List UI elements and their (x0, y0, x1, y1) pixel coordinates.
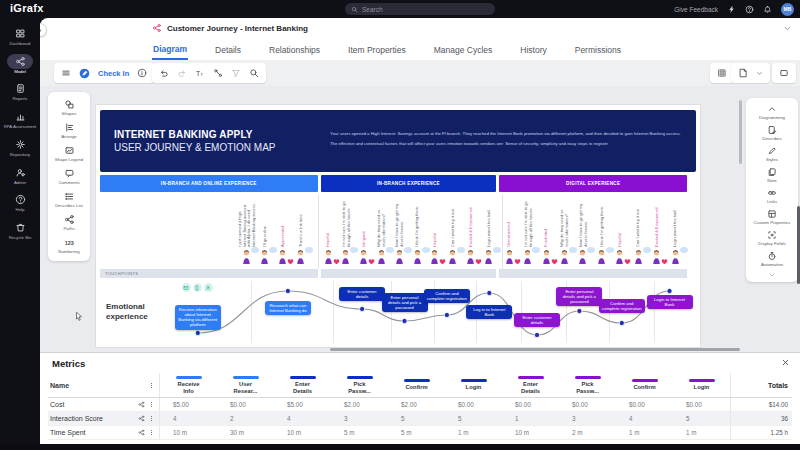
persona-step[interactable]: Login wasn't too bad (667, 201, 685, 265)
persona-step[interactable]: Now I have to go get my drivers license (391, 201, 409, 265)
sidebar-item-rpa-assessment[interactable]: RPA Assessment (0, 109, 40, 130)
palette-item-shapes[interactable]: Shapes (48, 96, 90, 119)
kebab-icon[interactable] (148, 429, 155, 436)
metrics-col-header[interactable]: Pick Passw... (559, 376, 616, 394)
panel-item-custom-properties[interactable]: Custom Properties (746, 206, 798, 227)
search-input[interactable] (362, 6, 489, 13)
palette-item-describes-list[interactable]: Describes List (48, 188, 90, 211)
persona-step[interactable]: Excited & Empowered (462, 201, 480, 265)
persona-step[interactable]: There's a link here (292, 201, 310, 265)
panel-item-note[interactable]: Note (746, 164, 798, 185)
palette-item-shape-legend[interactable]: Shape Legend (48, 142, 90, 165)
connector-icon[interactable] (213, 68, 223, 78)
sidebar-item-model[interactable]: Model (0, 54, 40, 75)
sidebar-item-repository[interactable]: Repository (0, 137, 40, 158)
tab-history[interactable]: History (519, 42, 547, 59)
sidebar-item-reports[interactable]: Reports (0, 81, 40, 102)
persona-step[interactable]: Intrigued (355, 201, 373, 265)
sidebar-item-help[interactable]: Help (0, 192, 40, 213)
menu-icon[interactable] (61, 68, 71, 78)
persona-step[interactable]: Hopeful (426, 201, 444, 265)
palette-item-arrange[interactable]: Arrange (48, 119, 90, 142)
metrics-col-header[interactable]: Confirm (616, 379, 673, 391)
journey-step-box[interactable]: Enter customer details (339, 287, 385, 301)
metrics-col-header[interactable]: Confirm (388, 379, 445, 391)
persona-step[interactable]: I'm not sure I'm able to go through all … (519, 201, 537, 265)
metric-link-icon[interactable] (138, 415, 145, 422)
journey-step-box[interactable]: Confirm and complete registration (599, 299, 645, 313)
palette-item-paths[interactable]: Paths (48, 211, 90, 234)
journey-step-box[interactable]: Confirm and complete registration (424, 289, 470, 303)
journey-header[interactable]: INTERNET BANKING APPLY USER JOURNEY & EM… (100, 110, 696, 172)
panel-item-diagramming[interactable]: Diagramming (746, 101, 798, 122)
persona-step[interactable]: Hopeful (611, 201, 629, 265)
metrics-col-header[interactable]: Login (673, 379, 730, 391)
metrics-col-header[interactable]: Enter Details (502, 376, 559, 394)
persona-step[interactable]: Frustrated (538, 201, 556, 265)
page-preview-icon[interactable] (738, 68, 748, 78)
journey-step-box[interactable]: Login to Internet Bank (647, 295, 693, 309)
sidebar-item-dashboard[interactable]: Dashboard (0, 26, 40, 47)
tab-manage-cycles[interactable]: Manage Cycles (433, 42, 494, 59)
panel-item-styles[interactable]: Styles (746, 143, 798, 164)
journey-step-box[interactable]: Enter personal details and pick a passwo… (556, 287, 602, 306)
metrics-col-header[interactable]: Login (445, 379, 502, 391)
persona-step[interactable]: I'm not sure I'm able to go through all … (337, 201, 355, 265)
tab-diagram[interactable]: Diagram (152, 41, 188, 60)
journey-step-box[interactable]: Receive information about Internet Banki… (175, 305, 221, 330)
persona-step[interactable]: Why do they need so much information? (373, 201, 391, 265)
phase-in-branch-and-online-experience[interactable]: IN-BRANCH AND ONLINE EXPERIENCE (100, 175, 318, 192)
notifications-icon[interactable] (763, 5, 772, 14)
journey-step-box[interactable]: Enter customer details (514, 313, 560, 327)
journey-step-box[interactable]: Enter personal details and pick a passwo… (382, 293, 428, 312)
user-avatar[interactable]: MB (781, 3, 794, 16)
phase-in-branch-experience[interactable]: IN-BRANCH EXPERIENCE (321, 175, 497, 192)
give-feedback-link[interactable]: Give Feedback (674, 6, 718, 13)
palette-item-comments[interactable]: Comments (48, 165, 90, 188)
diagram-canvas[interactable]: ShapesArrangeShape LegendCommentsDescrib… (40, 86, 800, 352)
find-icon[interactable] (249, 68, 259, 78)
metrics-col-header[interactable]: Enter Details (274, 376, 331, 394)
kebab-icon[interactable] (148, 382, 155, 389)
persona-step[interactable]: Overwhelmed (501, 201, 519, 265)
text-format-icon[interactable]: Tr (195, 68, 205, 78)
journey-step-box[interactable]: Research what can Internet Banking do (265, 301, 311, 315)
panel-item-display-fields[interactable]: Display Fields (746, 227, 798, 248)
collapse-header-chevron[interactable] (783, 24, 792, 33)
sidebar-item-recycle-bin[interactable]: Recycle Bin (0, 220, 40, 241)
persona-step[interactable]: I think I'm getting there. (409, 201, 427, 265)
metric-link-icon[interactable] (138, 401, 145, 408)
checkin-icon[interactable] (79, 68, 90, 79)
persona-step[interactable]: I'll go online (256, 201, 274, 265)
bolt-icon[interactable] (727, 5, 736, 14)
help-icon[interactable] (745, 5, 754, 14)
palette-item-numbering[interactable]: 123Numbering (48, 234, 90, 257)
persona-step[interactable]: Login wasn't too bad (480, 201, 498, 265)
phase-digital-experience[interactable]: DIGITAL EXPERIENCE (499, 175, 687, 192)
grid-view-icon[interactable] (717, 68, 727, 78)
checkin-button[interactable]: Check In (98, 69, 129, 78)
tab-item-properties[interactable]: Item Properties (347, 42, 407, 59)
info-icon[interactable] (137, 68, 147, 78)
persona-step[interactable]: I just opened a High Interest Saving acc… (238, 201, 256, 265)
canvas-horizontal-scrollbar[interactable] (330, 348, 740, 351)
metric-link-icon[interactable] (138, 429, 145, 436)
chevron-down-icon[interactable] (756, 70, 763, 77)
panel-scroll-down[interactable] (746, 270, 798, 280)
tab-details[interactable]: Details (214, 42, 242, 59)
persona-step[interactable]: Can I wait to try it out. (444, 201, 462, 265)
journey-step-box[interactable]: Log in to Internet Bank (466, 305, 512, 319)
canvas-vertical-scrollbar[interactable] (739, 100, 742, 164)
persona-step[interactable]: Appreciated (274, 201, 292, 265)
persona-step[interactable]: Hopeful (320, 201, 338, 265)
panel-item-describes[interactable]: Describes (746, 122, 798, 143)
metrics-col-header[interactable]: Receive Info (160, 376, 217, 394)
metrics-col-header[interactable]: User Resear... (217, 376, 274, 394)
persona-step[interactable]: Can I wait to try it out (630, 201, 648, 265)
undo-icon[interactable] (159, 68, 169, 78)
persona-step[interactable]: Now I have to go get my drivers license (574, 201, 592, 265)
close-metrics-icon[interactable] (781, 358, 790, 367)
persona-step[interactable]: Why do they need so much information? (556, 201, 574, 265)
kebab-icon[interactable] (148, 415, 155, 422)
persona-step[interactable]: I think I'm getting there. (593, 201, 611, 265)
